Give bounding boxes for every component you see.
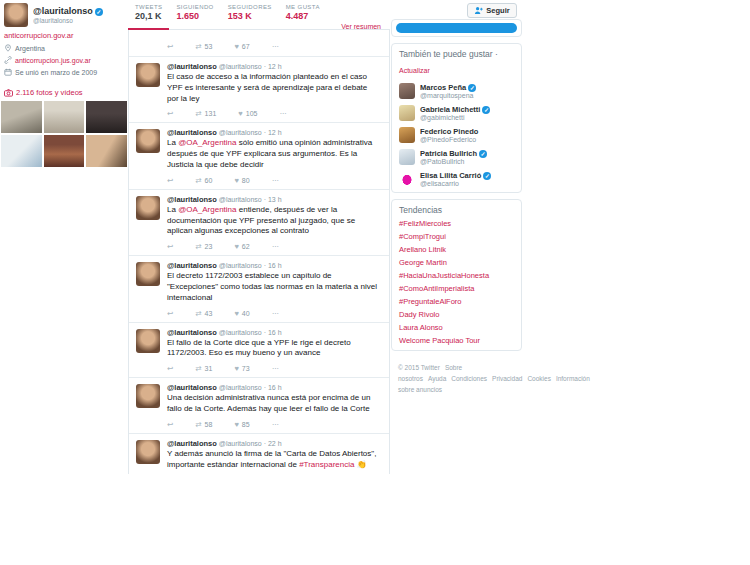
tweet-avatar[interactable] [136,129,160,153]
reply-button[interactable]: ↩ [167,364,173,373]
profile-handle: @lauritalonso [33,17,103,24]
suggested-user-name[interactable]: Elisa Lilita Carrió✓ [420,171,491,180]
trend-item[interactable]: Arellano Litnik [399,245,514,254]
tweet[interactable]: @lauritalonso @lauritalonso · 12 h El ca… [129,57,389,123]
suggested-user[interactable]: Gabriela Michetti✓ @gabimichetti [399,105,514,121]
follow-person-icon [474,6,483,15]
stat-followers[interactable]: SEGUIDORES 153 K [221,0,279,29]
tweet[interactable]: @lauritalonso @lauritalonso · 16 h El fa… [129,323,389,379]
retweet-button[interactable]: ⇄ 53 [195,42,212,51]
profile-name[interactable]: @lauritalonso✓ [33,6,103,17]
more-button[interactable]: ⋯ [272,364,280,373]
tweet-avatar[interactable] [136,329,160,353]
profile-location: Argentina [4,44,124,52]
profile-bio-link[interactable]: anticorrupcion.gov.ar [4,31,124,40]
like-button[interactable]: ♥ 73 [234,364,249,373]
trend-item[interactable]: George Martin [399,258,514,267]
trend-item[interactable]: #FelizMiercoles [399,219,514,228]
footer-link[interactable]: Privacidad [492,375,522,382]
more-button[interactable]: ⋯ [272,176,280,185]
suggested-user-name[interactable]: Patricia Bullrich✓ [420,149,487,158]
stat-tweets[interactable]: TWEETS 20,1 K [128,0,169,29]
tweet-text: La @OA_Argentina entiende, después de ve… [167,205,381,237]
retweet-button[interactable]: ⇄ 60 [195,176,212,185]
like-button[interactable]: ♥ 85 [234,420,249,429]
retweet-button[interactable]: ⇄ 31 [195,364,212,373]
footer-link[interactable]: Condiciones [451,375,487,382]
photo-thumbnail[interactable] [44,101,85,133]
suggested-user-name[interactable]: Federico Pinedo [420,127,478,136]
tweet[interactable]: @lauritalonso @lauritalonso · 22 h Y ade… [129,434,389,475]
promo-blue-button[interactable] [396,23,517,33]
reply-button[interactable]: ↩ [167,176,173,185]
retweet-button[interactable]: ⇄ 23 [195,242,212,251]
trend-item[interactable]: #CompiTrogui [399,232,514,241]
tweet-avatar[interactable] [136,384,160,408]
suggested-user[interactable]: Federico Pinedo @PinedoFederico [399,127,514,143]
photos-videos-link[interactable]: 2.116 fotos y vídeos [4,88,124,97]
suggested-user-avatar[interactable] [399,149,415,165]
tweet-avatar[interactable] [136,63,160,87]
trend-item[interactable]: #HaciaUnaJusticiaHonesta [399,271,514,280]
tweet-text: Y además anunció la firma de la "Carta d… [167,449,381,471]
tweet[interactable]: @lauritalonso @lauritalonso · 16 h El de… [129,256,389,322]
trend-item[interactable]: Welcome Pacquiao Tour [399,336,514,345]
suggested-user-name[interactable]: Marcos Peña✓ [420,83,476,92]
suggested-user-avatar[interactable] [399,83,415,99]
reply-button[interactable]: ↩ [167,420,173,429]
tweet[interactable]: Ver resumen ↩ ⇄ 53 ♥ 67 ⋯ [129,30,389,57]
refresh-suggestions-link[interactable]: Actualizar [399,67,430,74]
profile-avatar[interactable] [4,3,28,27]
more-button[interactable]: ⋯ [272,42,280,51]
trend-item[interactable]: Laura Alonso [399,323,514,332]
trend-item[interactable]: Dady Rivolo [399,310,514,319]
footer-link[interactable]: Ayuda [428,375,446,382]
profile-website[interactable]: anticorrupcion.jus.gov.ar [4,56,124,64]
retweet-button[interactable]: ⇄ 58 [195,420,212,429]
follow-button[interactable]: Seguir [467,3,517,18]
suggested-user-handle: @PinedoFederico [420,136,478,143]
retweet-button[interactable]: ⇄ 43 [195,309,212,318]
reply-button[interactable]: ↩ [167,42,173,51]
suggested-user-avatar[interactable] [399,127,415,143]
like-button[interactable]: ♥ 105 [238,109,257,118]
more-button[interactable]: ⋯ [272,420,280,429]
tweet-avatar[interactable] [136,196,160,220]
photo-thumbnail[interactable] [86,135,127,167]
twitter-profile-page: @lauritalonso✓ @lauritalonso anticorrupc… [0,0,750,565]
photo-thumbnail[interactable] [1,135,42,167]
footer-link[interactable]: Cookies [527,375,550,382]
suggested-user-avatar[interactable] [399,105,415,121]
tweet[interactable]: @lauritalonso @lauritalonso · 12 h La @O… [129,123,389,189]
suggested-user-avatar[interactable] [399,171,415,187]
suggested-user-name[interactable]: Gabriela Michetti✓ [420,105,490,114]
tweet[interactable]: @lauritalonso @lauritalonso · 13 h La @O… [129,190,389,256]
more-button[interactable]: ⋯ [279,109,287,118]
suggested-user[interactable]: Elisa Lilita Carrió✓ @elisacarrio [399,171,514,187]
more-button[interactable]: ⋯ [272,309,280,318]
tweet[interactable]: @lauritalonso @lauritalonso · 16 h Una d… [129,378,389,434]
suggested-user[interactable]: Patricia Bullrich✓ @PatoBullrich [399,149,514,165]
photo-thumbnail[interactable] [1,101,42,133]
reply-button[interactable]: ↩ [167,109,173,118]
suggested-user[interactable]: Marcos Peña✓ @marquitospena [399,83,514,99]
like-button[interactable]: ♥ 67 [234,42,249,51]
like-button[interactable]: ♥ 62 [234,242,249,251]
trend-item[interactable]: #ComoAntiImperialista [399,284,514,293]
trend-item[interactable]: #PreguntaleAlForo [399,297,514,306]
promo-card [391,19,522,37]
reply-button[interactable]: ↩ [167,309,173,318]
reply-button[interactable]: ↩ [167,242,173,251]
like-button[interactable]: ♥ 80 [234,176,249,185]
tweet-avatar[interactable] [136,262,160,286]
stat-likes[interactable]: ME GUSTA 4.487 [279,0,327,29]
like-button[interactable]: ♥ 40 [234,309,249,318]
view-summary-link[interactable]: Ver resumen [341,23,381,30]
tweet-avatar[interactable] [136,440,160,464]
stat-following[interactable]: SIGUIENDO 1.650 [169,0,220,29]
more-button[interactable]: ⋯ [272,242,280,251]
retweet-button[interactable]: ⇄ 131 [195,109,216,118]
tweet-text: El fallo de la Corte dice que a YPF le r… [167,338,381,360]
photo-thumbnail[interactable] [44,135,85,167]
photo-thumbnail[interactable] [86,101,127,133]
